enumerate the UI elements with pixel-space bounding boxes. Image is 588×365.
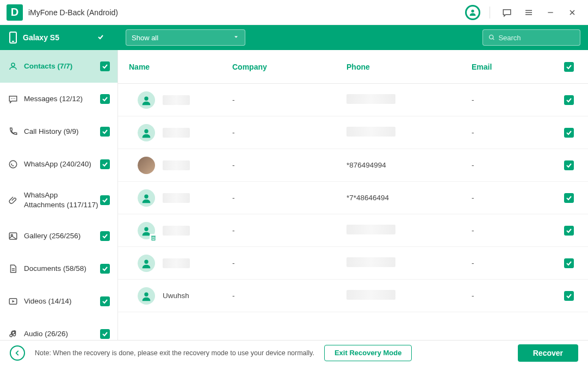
sidebar-item[interactable]: Audio (26/26) [0, 318, 117, 340]
phone-icon [8, 127, 18, 137]
sidebar-item-label: Messages (12/12) [24, 94, 100, 104]
trash-icon [150, 234, 157, 242]
filter-label: Show all [132, 34, 158, 42]
name-redacted [163, 193, 190, 203]
sidebar-item[interactable]: WhatsApp Attachments (117/117) [0, 181, 117, 220]
name-redacted [163, 160, 190, 170]
svg-point-0 [471, 9, 474, 12]
search-box[interactable] [482, 29, 580, 46]
name-redacted [163, 95, 190, 105]
contact-company: - [232, 226, 346, 234]
sidebar-item-checkbox[interactable] [100, 195, 110, 205]
contact-avatar [138, 157, 155, 174]
header-email[interactable]: Email [472, 63, 561, 71]
contact-company: - [232, 96, 346, 104]
table-header: Name Company Phone Email [118, 50, 588, 84]
video-icon [8, 296, 18, 306]
close-button[interactable] [563, 3, 581, 22]
sidebar-item-checkbox[interactable] [100, 159, 110, 169]
device-check-icon [97, 33, 109, 42]
account-button[interactable] [463, 3, 482, 22]
footer: Note: When the recovery is done, please … [0, 340, 588, 365]
contact-avatar [138, 124, 155, 141]
sidebar-item[interactable]: Call History (9/9) [0, 115, 117, 148]
table-row[interactable]: Uwuhsh - - [118, 280, 588, 312]
sidebar-item[interactable]: Contacts (7/7) [0, 50, 117, 83]
contact-avatar [138, 222, 155, 239]
row-checkbox[interactable] [561, 160, 577, 170]
contact-company: - [232, 194, 346, 202]
user-icon [465, 5, 480, 20]
table-row[interactable]: - - [118, 84, 588, 116]
separator [490, 7, 490, 18]
recover-button[interactable]: Recover [518, 344, 578, 362]
sidebar-item-label: Contacts (7/7) [24, 61, 100, 71]
contact-email: - [472, 226, 561, 234]
contact-email: - [472, 194, 561, 202]
row-checkbox[interactable] [561, 95, 577, 105]
svg-line-10 [493, 39, 494, 40]
sidebar-item-checkbox[interactable] [100, 264, 110, 274]
sidebar-item-checkbox[interactable] [100, 296, 110, 306]
search-icon [488, 34, 495, 41]
message-icon [8, 94, 18, 104]
sidebar-item-label: Call History (9/9) [24, 127, 100, 137]
minimize-button[interactable] [541, 3, 560, 22]
sidebar-item[interactable]: WhatsApp (240/240) [0, 148, 117, 181]
sidebar-item-checkbox[interactable] [100, 61, 110, 71]
menu-button[interactable] [519, 3, 538, 22]
row-checkbox[interactable] [561, 128, 577, 138]
phone-redacted [346, 225, 395, 234]
app-title: iMyFone D-Back (Android) [28, 8, 118, 17]
table-body: - - - - - *876494994 - - *7*48646494 - [118, 84, 588, 340]
sidebar-item[interactable]: Documents (58/58) [0, 252, 117, 285]
contact-email: - [472, 128, 561, 137]
name-redacted [163, 128, 190, 138]
close-icon [568, 8, 577, 17]
row-checkbox[interactable] [561, 258, 577, 268]
sidebar-item-label: Gallery (256/256) [24, 231, 100, 241]
row-checkbox[interactable] [561, 193, 577, 203]
contact-avatar [138, 255, 155, 272]
chevron-left-icon [14, 349, 21, 357]
row-checkbox[interactable] [561, 226, 577, 236]
contact-avatar [138, 189, 155, 207]
sidebar-item[interactable]: Messages (12/12) [0, 83, 117, 115]
exit-recovery-button[interactable]: Exit Recovery Mode [324, 345, 412, 361]
name-redacted [163, 226, 190, 236]
contact-email: - [472, 292, 561, 300]
feedback-button[interactable] [498, 3, 516, 22]
sidebar-item-label: Videos (14/14) [24, 296, 100, 306]
sidebar-item[interactable]: Gallery (256/256) [0, 220, 117, 252]
chat-icon [502, 8, 512, 17]
footer-note: Note: When the recovery is done, please … [35, 349, 314, 357]
header-name[interactable]: Name [118, 63, 232, 71]
contact-icon [8, 61, 18, 71]
device-selector[interactable]: Galaxy S5 [0, 25, 118, 50]
header-phone[interactable]: Phone [346, 63, 472, 71]
contact-email: - [472, 96, 561, 104]
app-logo: D [7, 4, 23, 21]
header-checkbox[interactable] [561, 62, 577, 72]
table-row[interactable]: - - [118, 214, 588, 247]
gallery-icon [8, 231, 18, 241]
sidebar-item-checkbox[interactable] [100, 94, 110, 104]
sidebar-item[interactable]: Videos (14/14) [0, 285, 117, 318]
phone-redacted [346, 290, 395, 300]
svg-point-9 [490, 35, 493, 39]
table-row[interactable]: - *7*48646494 - [118, 182, 588, 214]
table-row[interactable]: - - [118, 116, 588, 149]
contact-company: - [232, 161, 346, 169]
sidebar-item-checkbox[interactable] [100, 231, 110, 241]
back-button[interactable] [10, 345, 25, 361]
sidebar-item-checkbox[interactable] [100, 127, 110, 137]
sidebar-item-label: Documents (58/58) [24, 264, 100, 274]
filter-dropdown[interactable]: Show all [126, 29, 245, 46]
sidebar-item-checkbox[interactable] [100, 329, 110, 339]
header-company[interactable]: Company [232, 63, 346, 71]
table-row[interactable]: - *876494994 - [118, 149, 588, 182]
row-checkbox[interactable] [561, 291, 577, 301]
search-input[interactable] [498, 34, 574, 42]
name-redacted [163, 258, 190, 268]
table-row[interactable]: - - [118, 247, 588, 280]
